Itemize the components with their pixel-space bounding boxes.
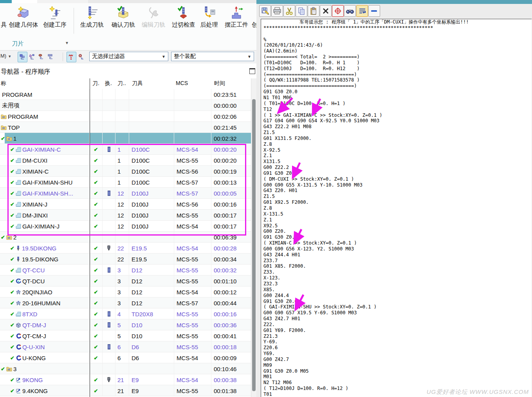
program-group-row[interactable]: 未用项00:00:00 xyxy=(0,100,251,111)
gcode-line: G43 Z42.7 H01 xyxy=(263,316,532,322)
generated-check-icon: ✔ xyxy=(10,355,14,361)
program-group-row[interactable]: ✔200:06:39 xyxy=(0,232,251,243)
column-header-刀具[interactable]: 刀具 xyxy=(132,80,143,87)
operation-row[interactable]: ✔QT-CCU✔3D12MCS-5500:00:32 xyxy=(0,265,251,276)
generated-check-icon: ✔ xyxy=(10,213,14,218)
operation-row[interactable]: ✔XIMIAN-J✔12D100JMCS-5600:00:16 xyxy=(0,199,251,210)
vertical-scrollbar[interactable] xyxy=(251,78,257,397)
assembly-scope-dropdown[interactable]: 整个装配▼ xyxy=(171,52,254,61)
tool-number-cell: 3 xyxy=(115,297,129,308)
selection-filter-dropdown[interactable]: 无选择过滤器▼ xyxy=(89,52,168,61)
tool-change-cell xyxy=(103,352,115,363)
program-group-row[interactable]: TOP00:21:45 xyxy=(0,122,251,133)
geometry-view-button[interactable] xyxy=(36,52,46,62)
save-button[interactable] xyxy=(259,5,271,17)
operation-row[interactable]: ✔QT-DCU✔3D12MCS-5500:01:10 xyxy=(0,276,251,286)
operation-row[interactable]: ✔20-16HUMIAN✔3D12MCS-5700:00:44 xyxy=(0,297,251,308)
gcode-line: Z.8 xyxy=(263,205,532,211)
restore-window-icon[interactable] xyxy=(249,68,255,74)
ribbon-button-create-operation[interactable]: 创建工序 xyxy=(40,5,70,29)
generated-check-icon: ✔ xyxy=(10,202,14,207)
column-header-刀[interactable]: 刀. xyxy=(92,80,99,87)
toolpath-status-cell: ✔ xyxy=(90,374,103,385)
ribbon-button-gouge-check[interactable]: 过切检查 xyxy=(168,5,199,29)
mill-operation-icon xyxy=(16,202,21,207)
machine-tool-view-button[interactable] xyxy=(27,52,37,62)
operation-row[interactable]: ✔GAI-XIMIAN-J✔12D100JMCS-5400:00:17 xyxy=(0,221,251,232)
toolpath-ok-icon: ✔ xyxy=(94,312,98,317)
program-group-row[interactable]: PROGRAM00:02:06 xyxy=(0,111,251,122)
toolpath-status-cell: ✔ xyxy=(90,221,103,232)
time-cell: 00:00:09 xyxy=(211,352,251,363)
program-group-row[interactable]: PROGRAM00:23:51 xyxy=(0,89,251,100)
gcode-line: G43 Z44.4 H01 xyxy=(263,252,532,258)
program-order-view-button[interactable] xyxy=(18,52,27,62)
toolpath-status-cell: ✔ xyxy=(90,341,103,352)
operation-row[interactable]: ✔20QINJIAO✔3D12MCS-5400:00:12 xyxy=(0,286,251,297)
row-name: 19.5-DIKONG xyxy=(22,256,58,263)
mcs-cell: MCS-55 xyxy=(174,276,211,286)
column-header-刀[interactable]: 刀.. xyxy=(117,80,126,87)
operation-row[interactable]: ✔XIMIAN-C✔1D100CMCS-5600:00:19 xyxy=(0,166,251,177)
operation-row[interactable]: ✔QT-CM-J✔5D10MCS-5500:00:41 xyxy=(0,330,251,341)
column-header-换[interactable]: 换. xyxy=(105,80,112,87)
toolpath-ok-icon: ✔ xyxy=(94,268,98,273)
collapse-button[interactable] xyxy=(368,5,380,17)
column-header-name[interactable]: 称 xyxy=(1,80,6,87)
tool-number-cell: 21 xyxy=(115,374,129,385)
find-button[interactable] xyxy=(344,5,356,17)
gcode-line: Z.1 xyxy=(263,217,532,223)
program-group-row[interactable]: ✔300:10:46 xyxy=(0,363,251,374)
minus-icon xyxy=(371,9,378,13)
gcode-line: G00 Z44.4 xyxy=(263,293,532,299)
ribbon-button-postprocess[interactable]: 后处理 xyxy=(197,5,221,29)
operation-row[interactable]: ✔GAI-FXIMIAN-SH...✔12D100JMCS-5700:00:05 xyxy=(0,188,251,199)
navigator-toolbar: M)▼ 无选择过滤器▼ 整个装配▼ xyxy=(0,51,256,63)
gcode-text-area[interactable]: 车哥提示您 : 程序组「 1」中的工序「DM-CUXI」操作中有多个坐标系输出!… xyxy=(261,19,532,397)
row-name: PROGRAM xyxy=(2,91,32,98)
machining-method-view-button[interactable] xyxy=(46,52,56,62)
operation-row[interactable]: ✔8TXD✔4TD20X8MCS-5500:00:16 xyxy=(0,308,251,319)
locate-button[interactable] xyxy=(332,5,344,17)
tool-locate-button[interactable] xyxy=(76,52,86,62)
menu-dropdown-fragment[interactable]: M)▼ xyxy=(0,53,11,59)
operation-row[interactable]: ✔DM-CUXI✔1D100CMCS-5500:00:20 xyxy=(0,155,251,166)
operation-row[interactable]: ✔19.5-DIKONG✔22E19.5MCS-5500:00:34 xyxy=(0,254,251,265)
cut-button[interactable] xyxy=(283,5,295,17)
column-header-mcs[interactable]: MCS xyxy=(176,80,188,86)
tool-change-cell xyxy=(103,133,115,144)
ribbon-button-verify-toolpath[interactable]: 确认刀轨 xyxy=(108,5,139,29)
delete-button[interactable] xyxy=(320,5,332,17)
tool-change-cell xyxy=(103,265,115,276)
copy-button[interactable] xyxy=(296,5,307,17)
ribbon-button-orient-workpiece[interactable]: 摆正工件 xyxy=(222,5,251,29)
paste-button[interactable] xyxy=(308,5,319,17)
tool-number-cell: 3 xyxy=(115,276,129,286)
gcode-line: M09 xyxy=(263,363,532,368)
group-dropdown-caret[interactable]: ▼ xyxy=(65,41,69,45)
tool-cell: TD20X8 xyxy=(129,308,174,319)
word-wrap-button[interactable] xyxy=(356,5,368,17)
scrollbar-thumb[interactable] xyxy=(252,99,256,391)
operation-row[interactable]: ✔U-KONG✔6D6MCS-5400:00:09 xyxy=(0,352,251,363)
tool-cell: D100C xyxy=(129,177,174,188)
operation-row[interactable]: ✔Q-U-XIN✔6D6MCS-5500:00:18 xyxy=(0,341,251,352)
toolpath-marks-button[interactable] xyxy=(67,52,76,62)
column-header-时间[interactable]: 时间 xyxy=(214,80,225,87)
tool-change-cell xyxy=(103,254,115,265)
operation-row[interactable]: ✔9KONG✔21E9MCS-5400:00:38 xyxy=(0,374,251,385)
program-group-row[interactable]: ✔100:02:32 xyxy=(0,133,251,144)
ribbon-button-generate-toolpath[interactable]: 生成刀轨 xyxy=(77,5,107,29)
tool-cell xyxy=(129,100,174,111)
operation-row[interactable]: ✔GAI-XIMIAN-C✔1D100CMCS-5400:00:20 xyxy=(0,144,251,155)
operation-row[interactable]: ✔DM-JINXI✔12D100JMCS-5500:00:17 xyxy=(0,210,251,221)
tool-number-cell: 21 xyxy=(115,385,129,396)
print-button[interactable] xyxy=(271,5,283,17)
ribbon-button-create-geometry[interactable]: 创建几何体 xyxy=(8,5,39,29)
operation-row[interactable]: ✔19.5DIKONG✔22E19.5MCS-5400:00:28 xyxy=(0,243,251,254)
operation-row[interactable]: ✔GAI-FXIMIAN-SHU✔1D100CMCS-5700:00:13 xyxy=(0,177,251,188)
row-name: XIMIAN-C xyxy=(22,168,49,175)
tool-cell: D100J xyxy=(129,188,174,199)
operation-row[interactable]: ✔9.4KONG✔21E9MCS-5500:01:38 xyxy=(0,385,251,396)
operation-row[interactable]: ✔QT-DM-J✔5D10MCS-5500:00:36 xyxy=(0,319,251,330)
